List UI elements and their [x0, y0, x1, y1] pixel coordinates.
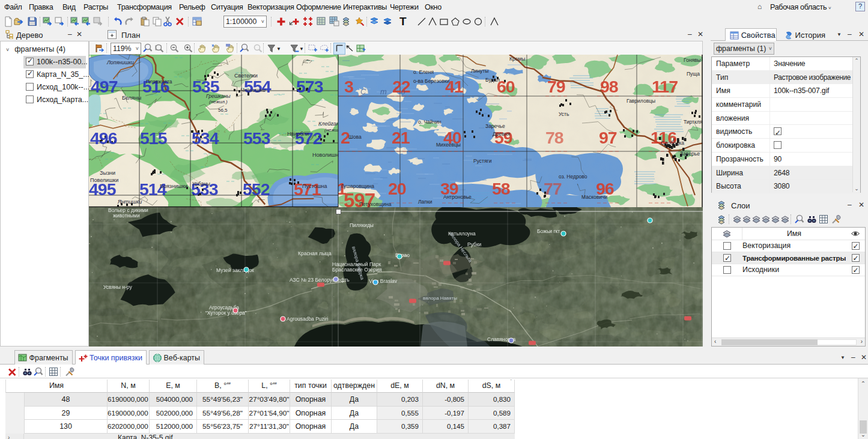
svg-text:Красная лыца: Красная лыца	[298, 250, 332, 256]
svg-text:Усвяны н-ру: Усвяны н-ру	[103, 284, 132, 290]
svg-text:вялора Навяты: вялора Навяты	[423, 295, 457, 301]
svg-text:Рубки: Рубки	[467, 241, 482, 247]
svg-text:“Хуторок у озера”: “Хуторок у озера”	[205, 310, 247, 316]
svg-text:животными: животными	[113, 213, 140, 219]
svg-text:АЗС № 23 Белоруснефть: АЗС № 23 Белоруснефть	[290, 277, 350, 283]
svg-text:Божьи гкт: Божьи гкт	[537, 228, 560, 234]
svg-text:Agrousadba Puziri: Agrousadba Puziri	[287, 316, 329, 322]
svg-text:Пилякиды: Пилякиды	[350, 222, 374, 228]
